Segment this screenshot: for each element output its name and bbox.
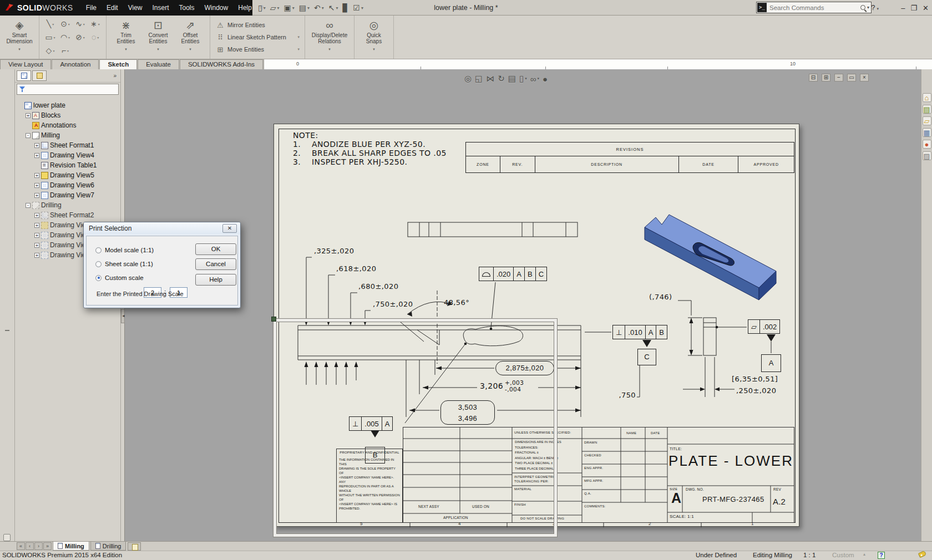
sheet-tab[interactable]: Milling <box>53 542 89 551</box>
tree-item[interactable]: - Drilling <box>15 200 120 210</box>
fillet-tool-icon[interactable]: ⌐ <box>58 44 73 57</box>
tree-item[interactable]: + Sheet Format1 <box>15 140 120 150</box>
tree-item[interactable]: Revision Table1 <box>15 160 120 170</box>
expand-toggle-icon[interactable]: + <box>34 243 39 248</box>
search-icon[interactable] <box>860 5 865 10</box>
line-tool-icon[interactable]: ╲ <box>43 17 58 30</box>
circle-tool-icon[interactable]: ⊙ <box>58 17 73 30</box>
menu-item[interactable]: Help <box>233 4 257 12</box>
new-document-icon[interactable]: ▯ <box>256 3 267 13</box>
quick-snaps-button[interactable]: ◎ QuickSnaps ▾ <box>358 17 390 57</box>
print-icon[interactable]: ▤ <box>297 3 311 13</box>
menu-item[interactable]: Insert <box>148 4 174 12</box>
page-setup-icon[interactable]: ▯ <box>519 74 527 84</box>
dimension[interactable]: ,325±,020 <box>314 247 354 255</box>
expand-toggle-icon[interactable] <box>18 103 23 108</box>
ok-button[interactable]: OK <box>195 243 236 255</box>
view-selector-icon[interactable]: ⋈ <box>486 74 494 84</box>
feature-control-frame[interactable]: .020 A B C <box>479 267 547 281</box>
tree-item[interactable]: Annotations <box>15 120 120 130</box>
dimension[interactable]: ,618±,020 <box>336 264 376 273</box>
tree-item[interactable]: + Drawing View6 <box>15 180 120 190</box>
sheet-nav-button[interactable]: » <box>43 542 52 550</box>
trim-entities-button[interactable]: ⋇ TrimEntities ▾ <box>110 17 142 57</box>
close-button[interactable]: ✕ <box>923 4 929 12</box>
zoom-to-area-icon[interactable]: ◱ <box>475 74 483 84</box>
dimension[interactable]: ,750±,020 <box>373 300 413 308</box>
display-delete-relations-button[interactable]: ∞ Display/DeleteRelations ▾ <box>308 17 351 57</box>
move-entities-button[interactable]: ⊞ Move Entities ▾ <box>214 44 301 55</box>
panel-expand-icon[interactable]: » <box>113 73 119 79</box>
expand-toggle-icon[interactable]: + <box>34 183 39 188</box>
feature-control-frame[interactable]: ▱ .002 <box>748 319 780 334</box>
radio-icon[interactable] <box>95 247 102 253</box>
graphics-viewport[interactable]: NOTE: 1.ANODIZE BLUE PER XYZ-50.2.BREAK … <box>125 69 921 541</box>
property-manager-tab[interactable] <box>32 70 47 81</box>
render-sphere-icon[interactable]: ● <box>543 74 548 84</box>
expand-toggle-icon[interactable]: + <box>34 233 39 238</box>
expand-toggle-icon[interactable]: + <box>26 113 31 118</box>
menu-item[interactable]: Tools <box>174 4 200 12</box>
dimension[interactable]: [6,35±0,51] <box>732 375 778 383</box>
dimension[interactable]: ,750 <box>607 391 636 399</box>
tree-item[interactable]: + Sheet Format2 <box>15 210 120 220</box>
smart-dimension-button[interactable]: ◈ SmartDimension ▾ <box>3 17 36 57</box>
sheet-properties-icon[interactable]: ▤ <box>508 74 516 84</box>
feature-control-frame[interactable]: ⊥ .010 A B <box>612 325 667 339</box>
scale-option[interactable]: Model scale (1:1) <box>95 247 154 253</box>
feature-tree-tab[interactable] <box>17 70 31 81</box>
viewport-cascade-icon[interactable]: ⊞ <box>822 74 830 82</box>
sheet-tab[interactable]: Drilling <box>90 542 126 551</box>
sheet-nav-button[interactable]: › <box>34 542 43 550</box>
freeform-tool-icon[interactable]: ◌ <box>88 30 103 44</box>
open-icon[interactable]: ▱ <box>269 3 281 13</box>
expand-toggle-icon[interactable]: + <box>34 193 39 198</box>
menu-item[interactable]: File <box>81 4 102 12</box>
convert-entities-button[interactable]: ⊡ ConvertEntities ▾ <box>142 17 174 57</box>
help-icon[interactable]: ? <box>871 0 879 16</box>
polygon-tool-icon[interactable]: ◇ <box>43 44 58 57</box>
home-icon[interactable]: ⌂ <box>923 93 931 102</box>
menu-item[interactable]: Edit <box>102 4 123 12</box>
viewport-close-icon[interactable]: × <box>860 74 869 82</box>
view-settings-icon[interactable]: ∞ <box>530 74 539 84</box>
appearances-icon[interactable]: ● <box>923 140 931 149</box>
splitter-handle-icon[interactable] <box>5 330 9 331</box>
search-dropdown-icon[interactable]: ▾ <box>867 5 869 10</box>
tree-filter-box[interactable] <box>17 84 119 95</box>
expand-toggle-icon[interactable]: - <box>26 203 31 208</box>
ellipse-tool-icon[interactable]: ⊘ <box>73 30 88 44</box>
scale-option[interactable]: Sheet scale (1:1) <box>95 261 153 267</box>
expand-toggle-icon[interactable] <box>26 123 31 128</box>
spline-tool-icon[interactable]: ∿ <box>73 17 88 30</box>
mirror-entities-button[interactable]: ⚠ Mirror Entities <box>214 19 301 31</box>
expand-toggle-icon[interactable]: + <box>34 173 39 178</box>
panel-collapse-icon[interactable]: ◄ <box>121 309 125 323</box>
expand-toggle-icon[interactable]: + <box>34 213 39 218</box>
linear-sketch-pattern-button[interactable]: ⠿ Linear Sketch Pattern ▾ <box>214 32 301 43</box>
radio-icon[interactable] <box>95 275 102 281</box>
expand-toggle-icon[interactable]: + <box>34 153 39 158</box>
print-selection-marquee[interactable] <box>273 319 557 537</box>
viewport-split-icon[interactable]: ⊟ <box>809 74 818 82</box>
dimension[interactable]: ,250±,020 <box>736 386 776 395</box>
command-tab[interactable]: SOLIDWORKS Add-Ins <box>180 59 263 69</box>
command-tab[interactable]: Evaluate <box>138 59 179 69</box>
redraw-icon[interactable]: ↻ <box>498 74 505 84</box>
rebuild-icon[interactable]: ▊ <box>341 3 351 13</box>
view-palette-icon[interactable]: ▦ <box>923 128 931 137</box>
search-input[interactable] <box>767 4 860 11</box>
zoom-to-fit-icon[interactable]: ◎ <box>464 74 472 84</box>
expand-toggle-icon[interactable]: + <box>34 143 39 148</box>
offset-entities-button[interactable]: ⇗ OffsetEntities ▾ <box>174 17 206 57</box>
tree-item[interactable]: + Drawing View5 <box>15 170 120 180</box>
datum-feature[interactable]: A <box>761 354 781 372</box>
dimension[interactable]: ,680±,020 <box>358 282 398 291</box>
dialog-close-icon[interactable]: ✕ <box>222 224 237 233</box>
search-commands-box[interactable]: >_ ▾ <box>756 2 872 13</box>
tree-item[interactable]: lower plate <box>15 100 120 110</box>
status-help-icon[interactable]: ? <box>878 552 885 559</box>
minimize-button[interactable]: – <box>901 4 905 12</box>
sheet-nav-button[interactable]: « <box>17 542 25 550</box>
viewport-restore-icon[interactable]: ▭ <box>847 74 856 82</box>
